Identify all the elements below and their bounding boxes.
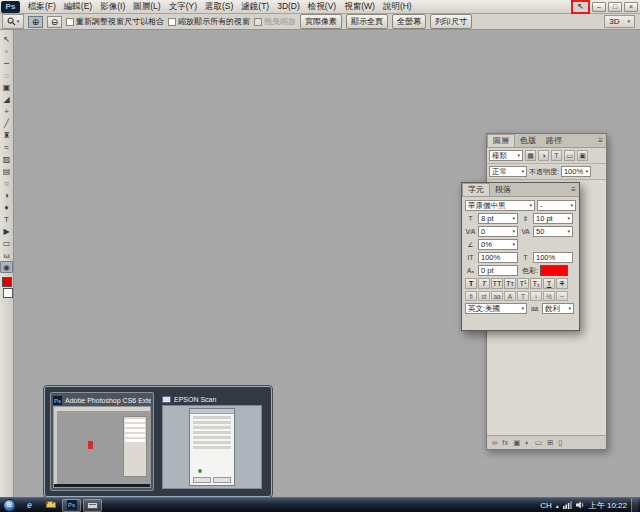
- subscript-button[interactable]: T₁: [530, 278, 542, 289]
- foreground-color-swatch[interactable]: [2, 277, 12, 287]
- actual-pixels-button[interactable]: 實際像素: [300, 14, 342, 29]
- menu-window[interactable]: 視窗(W): [340, 0, 379, 13]
- anti-alias-dropdown[interactable]: 銳利 ▾: [542, 303, 574, 314]
- history-brush-tool[interactable]: ≈: [0, 141, 13, 153]
- zoom-tool[interactable]: ◉: [0, 261, 13, 273]
- start-button[interactable]: ⊞: [3, 499, 16, 512]
- stylistic-alternates-button[interactable]: T: [517, 291, 529, 301]
- menu-type[interactable]: 文字(Y): [165, 0, 201, 13]
- marquee-tool[interactable]: ▫: [0, 45, 13, 57]
- thumbnail-photoshop[interactable]: Ps Adobe Photoshop CS6 Exten...: [50, 392, 154, 491]
- lasso-tool[interactable]: ∽: [0, 57, 13, 69]
- workspace-switcher[interactable]: 3D ▾: [604, 15, 635, 28]
- swash-button[interactable]: A: [504, 291, 516, 301]
- taskbar-explorer[interactable]: [41, 499, 60, 512]
- taskbar-internet-explorer[interactable]: e: [20, 499, 39, 512]
- tab-layers[interactable]: 圖層: [487, 134, 515, 147]
- tab-character[interactable]: 字元: [462, 183, 490, 196]
- brush-tool[interactable]: ╱: [0, 117, 13, 129]
- link-layers-icon[interactable]: ∞: [492, 437, 497, 449]
- tsume-dropdown[interactable]: 0% ▾: [478, 239, 518, 250]
- hand-tool[interactable]: ω: [0, 249, 13, 261]
- gradient-tool[interactable]: ▤: [0, 165, 13, 177]
- faux-italic-button[interactable]: T: [478, 278, 490, 289]
- filter-type-layers-icon[interactable]: T: [551, 150, 562, 161]
- layer-effects-icon[interactable]: fx: [502, 437, 508, 449]
- hidden-icons-arrow[interactable]: ▴: [556, 502, 559, 509]
- healing-brush-tool[interactable]: +: [0, 105, 13, 117]
- ime-language-indicator[interactable]: CH: [540, 501, 552, 510]
- filter-pixel-layers-icon[interactable]: ▦: [525, 150, 536, 161]
- resize-windows-checkbox[interactable]: 重新調整視窗尺寸以相合: [66, 16, 164, 27]
- opacity-dropdown[interactable]: 100% ▾: [561, 166, 591, 177]
- zoom-all-windows-checkbox[interactable]: 縮放顯示所有的視窗: [168, 16, 250, 27]
- zoom-tool-preset[interactable]: ▾: [2, 14, 24, 29]
- adjustment-layer-icon[interactable]: ◐: [525, 437, 530, 449]
- all-caps-button[interactable]: TT: [491, 278, 503, 289]
- minimize-button[interactable]: –: [592, 2, 606, 12]
- restore-button[interactable]: □: [608, 2, 622, 12]
- blend-mode-dropdown[interactable]: 正常 ▾: [489, 166, 527, 177]
- font-size-dropdown[interactable]: 8 pt ▾: [478, 213, 518, 224]
- background-color-swatch[interactable]: [3, 288, 13, 298]
- titling-alternates-button[interactable]: ~: [556, 291, 568, 301]
- filter-shape-layers-icon[interactable]: ▭: [564, 150, 575, 161]
- discretionary-ligatures-button[interactable]: aa: [491, 291, 503, 301]
- thumbnail-epson-scan[interactable]: EPSON Scan: [160, 392, 264, 491]
- clone-stamp-tool[interactable]: ♜: [0, 129, 13, 141]
- filter-smart-objects-icon[interactable]: ▣: [577, 150, 588, 161]
- move-tool[interactable]: ↖: [0, 33, 13, 45]
- tracking-dropdown[interactable]: 50 ▾: [533, 226, 573, 237]
- tab-paths[interactable]: 路徑: [541, 135, 567, 147]
- volume-icon[interactable]: [576, 501, 585, 509]
- pen-tool[interactable]: ♦: [0, 201, 13, 213]
- close-button[interactable]: ×: [624, 2, 638, 12]
- contextual-alternates-button[interactable]: st: [478, 291, 490, 301]
- language-dropdown[interactable]: 英文:美國 ▾: [465, 303, 527, 314]
- tab-paragraph[interactable]: 段落: [490, 184, 516, 196]
- layer-group-icon[interactable]: ▭: [535, 437, 542, 449]
- type-tool[interactable]: T: [0, 213, 13, 225]
- small-caps-button[interactable]: Tᴛ: [504, 278, 516, 289]
- panel-menu-icon[interactable]: ≡: [568, 184, 579, 196]
- eyedropper-tool[interactable]: ◢: [0, 93, 13, 105]
- filter-type-dropdown[interactable]: 種類 ▾: [489, 150, 523, 161]
- font-style-dropdown[interactable]: - ▾: [537, 200, 576, 211]
- menu-file[interactable]: 檔案(F): [24, 0, 60, 13]
- leading-dropdown[interactable]: 10 pt ▾: [533, 213, 573, 224]
- crop-tool[interactable]: ▣: [0, 81, 13, 93]
- filter-adjustment-layers-icon[interactable]: ◑: [538, 150, 549, 161]
- taskbar-epson-scan[interactable]: [83, 499, 102, 512]
- superscript-button[interactable]: T¹: [517, 278, 529, 289]
- fractions-button[interactable]: ½: [543, 291, 555, 301]
- vertical-scale-field[interactable]: 100%: [478, 252, 518, 263]
- zoom-out-button[interactable]: ⊖: [47, 16, 62, 28]
- horizontal-scale-field[interactable]: 100%: [533, 252, 573, 263]
- menu-select[interactable]: 選取(S): [201, 0, 237, 13]
- menu-edit[interactable]: 編輯(E): [60, 0, 96, 13]
- menu-3d[interactable]: 3D(D): [273, 0, 304, 13]
- tab-channels[interactable]: 色版: [515, 135, 541, 147]
- strikethrough-button[interactable]: T: [556, 278, 568, 289]
- ligatures-button[interactable]: fi: [465, 291, 477, 301]
- menu-filter[interactable]: 濾鏡(T): [237, 0, 273, 13]
- menu-layer[interactable]: 圖層(L): [129, 0, 164, 13]
- path-selection-tool[interactable]: ▶: [0, 225, 13, 237]
- delete-layer-icon[interactable]: ▯: [558, 437, 562, 449]
- font-family-dropdown[interactable]: 華康儷中黑 ▾: [465, 200, 535, 211]
- blur-tool[interactable]: ○: [0, 177, 13, 189]
- taskbar-clock[interactable]: 上午 10:22: [589, 500, 627, 511]
- text-color-swatch[interactable]: [540, 265, 568, 276]
- menu-help[interactable]: 說明(H): [379, 0, 416, 13]
- new-layer-icon[interactable]: ⊞: [547, 437, 553, 449]
- underline-button[interactable]: T: [543, 278, 555, 289]
- fill-screen-button[interactable]: 全螢幕: [392, 14, 426, 29]
- menu-view[interactable]: 檢視(V): [304, 0, 340, 13]
- print-size-button[interactable]: 列印尺寸: [430, 14, 472, 29]
- layer-mask-icon[interactable]: ▣: [513, 437, 520, 449]
- network-icon[interactable]: [563, 501, 572, 509]
- ordinals-button[interactable]: ¹: [530, 291, 542, 301]
- panel-menu-icon[interactable]: ≡: [595, 135, 606, 147]
- show-desktop-button[interactable]: [631, 498, 638, 512]
- baseline-shift-field[interactable]: 0 pt: [478, 265, 518, 276]
